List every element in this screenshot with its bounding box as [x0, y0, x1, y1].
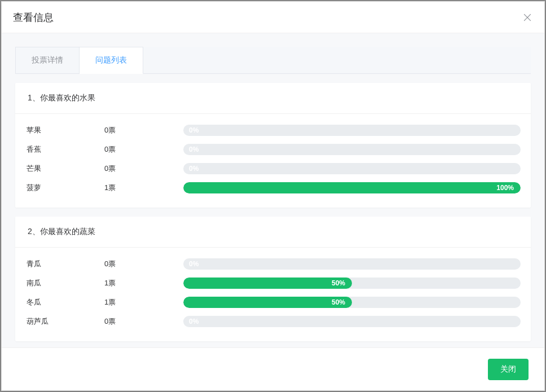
option-row: 菠萝1票100% — [25, 178, 521, 197]
option-name: 葫芦瓜 — [25, 316, 104, 327]
option-votes: 0票 — [104, 144, 183, 155]
option-name: 菠萝 — [25, 183, 104, 193]
question-card: 1、你最喜欢的水果苹果0票0%香蕉0票0%芒果0票0%菠萝1票100% — [15, 83, 531, 208]
modal-title: 查看信息 — [13, 11, 54, 24]
option-votes: 0票 — [104, 164, 183, 174]
progress-fill: 50% — [183, 278, 352, 289]
question-title: 1、你最喜欢的水果 — [15, 83, 531, 114]
question-card: 2、你最喜欢的蔬菜青瓜0票0%南瓜1票50%冬瓜1票50%葫芦瓜0票0% — [15, 217, 531, 341]
progress-track: 0% — [183, 316, 521, 327]
option-row: 苹果0票0% — [25, 121, 521, 140]
progress-track: 0% — [183, 125, 521, 136]
question-body: 青瓜0票0%南瓜1票50%冬瓜1票50%葫芦瓜0票0% — [15, 248, 531, 341]
progress-track: 0% — [183, 258, 521, 270]
progress-track: 0% — [183, 144, 521, 155]
progress-track: 50% — [183, 297, 521, 308]
option-name: 冬瓜 — [25, 297, 104, 307]
option-row: 芒果0票0% — [25, 159, 521, 178]
tab-question-list[interactable]: 问题列表 — [80, 47, 143, 74]
progress-label: 0% — [189, 258, 199, 270]
option-votes: 1票 — [104, 297, 183, 307]
progress-fill: 100% — [183, 182, 521, 193]
option-votes: 0票 — [104, 259, 183, 269]
tab-content: 1、你最喜欢的水果苹果0票0%香蕉0票0%芒果0票0%菠萝1票100%2、你最喜… — [15, 83, 531, 341]
modal-header: 查看信息 — [2, 2, 544, 33]
option-votes: 0票 — [104, 125, 183, 135]
option-votes: 1票 — [104, 183, 183, 193]
progress-track: 50% — [183, 278, 521, 289]
modal-body: 投票详情 问题列表 1、你最喜欢的水果苹果0票0%香蕉0票0%芒果0票0%菠萝1… — [2, 33, 544, 347]
option-name: 南瓜 — [25, 278, 104, 288]
tab-vote-details[interactable]: 投票详情 — [15, 47, 80, 73]
close-icon[interactable] — [522, 12, 533, 23]
progress-label: 0% — [189, 125, 199, 136]
progress-label: 0% — [189, 144, 199, 155]
question-body: 苹果0票0%香蕉0票0%芒果0票0%菠萝1票100% — [15, 114, 531, 208]
option-row: 冬瓜1票50% — [25, 293, 521, 312]
progress-label: 0% — [189, 316, 199, 327]
progress-fill: 50% — [183, 297, 352, 308]
option-name: 苹果 — [25, 125, 104, 135]
option-row: 香蕉0票0% — [25, 140, 521, 159]
progress-label: 0% — [189, 163, 199, 174]
option-row: 葫芦瓜0票0% — [25, 312, 521, 331]
option-votes: 1票 — [104, 278, 183, 288]
view-info-modal: 查看信息 投票详情 问题列表 1、你最喜欢的水果苹果0票0%香蕉0票0%芒果0票… — [1, 1, 545, 391]
option-name: 香蕉 — [25, 144, 104, 155]
close-button[interactable]: 关闭 — [488, 359, 529, 380]
progress-track: 0% — [183, 163, 521, 174]
progress-track: 100% — [183, 182, 521, 193]
option-name: 芒果 — [25, 164, 104, 174]
option-votes: 0票 — [104, 316, 183, 327]
option-row: 南瓜1票50% — [25, 274, 521, 293]
option-name: 青瓜 — [25, 259, 104, 269]
tab-bar: 投票详情 问题列表 — [15, 47, 531, 74]
modal-footer: 关闭 — [2, 347, 544, 390]
option-row: 青瓜0票0% — [25, 254, 521, 274]
question-title: 2、你最喜欢的蔬菜 — [15, 217, 531, 248]
